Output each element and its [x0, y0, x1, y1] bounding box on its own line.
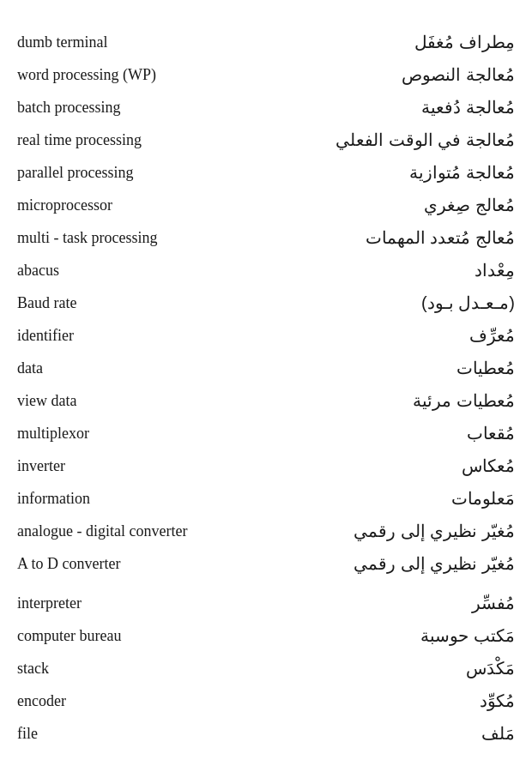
- arabic-term: مِطراف مُغفَل: [266, 26, 515, 58]
- glossary-row: analogue - digital converterمُغيّر نظيري…: [17, 515, 515, 547]
- arabic-term: مَكْدَس: [266, 652, 515, 685]
- arabic-term: مَكتب حوسبة: [266, 619, 515, 652]
- english-term: information: [17, 482, 266, 515]
- arabic-term: مُعالج مُتعدد المهمات: [266, 221, 515, 254]
- glossary-table: dumb terminalمِطراف مُغفَلword processin…: [17, 26, 515, 750]
- glossary-row: fileمَلف: [17, 717, 515, 750]
- english-term: interpreter: [17, 587, 266, 619]
- glossary-row: dataمُعطيات: [17, 352, 515, 384]
- arabic-term: مُعالجة في الوقت الفعلي: [266, 124, 515, 156]
- glossary-row: A to D converterمُغيّر نظيري إلى رقمي: [17, 547, 515, 580]
- arabic-term: (مـعـدل بـود): [266, 286, 515, 319]
- english-term: multi - task processing: [17, 221, 266, 254]
- arabic-term: مُكوِّد: [266, 685, 515, 717]
- glossary-row: encoderمُكوِّد: [17, 685, 515, 717]
- glossary-row: identifierمُعرِّف: [17, 319, 515, 352]
- glossary-row: parallel processingمُعالجة مُتوازية: [17, 156, 515, 189]
- arabic-term: مُعكاس: [266, 449, 515, 482]
- english-term: microprocessor: [17, 189, 266, 221]
- glossary-row: interpreterمُفسِّر: [17, 587, 515, 619]
- arabic-term: مُعرِّف: [266, 319, 515, 352]
- english-term: multiplexor: [17, 417, 266, 449]
- glossary-row: batch processingمُعالجة دُفعية: [17, 91, 515, 124]
- arabic-term: مُفسِّر: [266, 587, 515, 619]
- glossary-row: abacusمِعْداد: [17, 254, 515, 286]
- glossary-row: multi - task processingمُعالج مُتعدد الم…: [17, 221, 515, 254]
- english-term: inverter: [17, 449, 266, 482]
- english-term: file: [17, 717, 266, 750]
- english-term: Baud rate: [17, 286, 266, 319]
- english-term: word processing (WP): [17, 58, 266, 91]
- arabic-term: مُعطيات: [266, 352, 515, 384]
- arabic-term: مَلف: [266, 717, 515, 750]
- english-term: analogue - digital converter: [17, 515, 266, 547]
- glossary-row: computer bureauمَكتب حوسبة: [17, 619, 515, 652]
- english-term: abacus: [17, 254, 266, 286]
- glossary-row: real time processingمُعالجة في الوقت الف…: [17, 124, 515, 156]
- english-term: A to D converter: [17, 547, 266, 580]
- english-term: real time processing: [17, 124, 266, 156]
- glossary-row: stackمَكْدَس: [17, 652, 515, 685]
- glossary-row: informationمَعلومات: [17, 482, 515, 515]
- glossary-row: Baud rate(مـعـدل بـود): [17, 286, 515, 319]
- glossary-row: dumb terminalمِطراف مُغفَل: [17, 26, 515, 58]
- arabic-term: مُعالجة النصوص: [266, 58, 515, 91]
- english-term: data: [17, 352, 266, 384]
- english-term: encoder: [17, 685, 266, 717]
- page: dumb terminalمِطراف مُغفَلword processin…: [0, 0, 532, 772]
- english-term: view data: [17, 384, 266, 417]
- english-term: batch processing: [17, 91, 266, 124]
- glossary-row: inverterمُعكاس: [17, 449, 515, 482]
- english-term: parallel processing: [17, 156, 266, 189]
- arabic-term: مِعْداد: [266, 254, 515, 286]
- arabic-term: مُقعاب: [266, 417, 515, 449]
- arabic-term: مُغيّر نظيري إلى رقمي: [266, 515, 515, 547]
- glossary-row: view dataمُعطيات مرئية: [17, 384, 515, 417]
- row-spacer: [17, 580, 515, 587]
- arabic-term: مُغيّر نظيري إلى رقمي: [266, 547, 515, 580]
- arabic-term: مُعالج صِغري: [266, 189, 515, 221]
- arabic-term: مَعلومات: [266, 482, 515, 515]
- english-term: computer bureau: [17, 619, 266, 652]
- arabic-term: مُعالجة دُفعية: [266, 91, 515, 124]
- english-term: stack: [17, 652, 266, 685]
- glossary-row: microprocessorمُعالج صِغري: [17, 189, 515, 221]
- arabic-term: مُعطيات مرئية: [266, 384, 515, 417]
- arabic-term: مُعالجة مُتوازية: [266, 156, 515, 189]
- english-term: dumb terminal: [17, 26, 266, 58]
- glossary-row: multiplexorمُقعاب: [17, 417, 515, 449]
- glossary-row: word processing (WP)مُعالجة النصوص: [17, 58, 515, 91]
- english-term: identifier: [17, 319, 266, 352]
